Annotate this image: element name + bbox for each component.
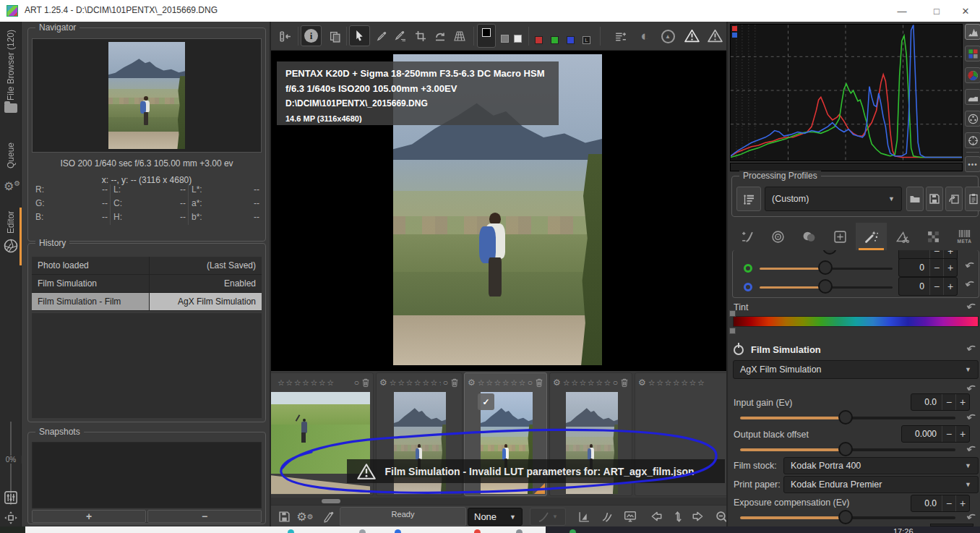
minimize-button[interactable]: — [887,0,916,22]
background-color-white-button[interactable] [514,35,522,43]
undo-icon[interactable] [965,260,976,271]
star-rating[interactable]: ☆☆☆☆☆☆☆ [648,378,725,388]
fast-preview-button[interactable] [598,508,616,525]
before-after-button[interactable] [575,508,593,525]
input-gain-knob[interactable] [838,410,853,425]
undo-icon[interactable] [966,383,977,394]
shadow-clipping-warning-icon[interactable] [682,25,702,46]
straighten-tool-button[interactable] [431,26,450,46]
undo-icon[interactable] [966,412,977,423]
history-row[interactable]: Film Simulation Enabled [32,275,262,292]
input-gain-spinner[interactable]: 0.0−+ [911,393,970,411]
print-paper-dropdown[interactable]: Kodak Endura Premier ▼ [783,476,979,493]
exposure-comp-spinner[interactable]: 0.0−+ [911,495,970,512]
tint-gradient-bar[interactable] [733,316,979,327]
tab-editor[interactable]: Editor [0,208,22,236]
raw-histogram-button[interactable] [965,111,980,127]
tab-queue[interactable]: Queue [0,134,22,177]
info-toggle-button[interactable]: i [301,25,322,46]
white-balance-picker-button[interactable] [391,26,410,46]
close-button[interactable]: ✕ [951,0,980,22]
sort-order-button[interactable] [669,508,687,525]
blue-slider-knob[interactable] [818,279,833,294]
background-color-dark-button[interactable] [477,24,496,48]
filmstrip-scrollbar[interactable] [271,498,726,505]
add-to-queue-button[interactable] [611,26,629,46]
gamut-check-icon[interactable]: ▲ [658,26,677,46]
tab-transform[interactable] [887,223,918,250]
luminance-toggle[interactable]: L [583,36,590,44]
queue-processing-button[interactable]: ⚙⚙ [296,508,314,525]
star-rating[interactable]: ☆☆☆☆☆☆☆ [478,378,525,388]
color-label-icon[interactable]: ○ [528,378,533,388]
taskbar-app-icon[interactable] [359,529,366,533]
taskbar-app-icon[interactable] [569,529,576,533]
history-row-selected[interactable]: Film Simulation - Film AgX Film Simulati… [32,293,262,310]
trash-icon[interactable] [535,378,543,388]
tab-color[interactable] [794,223,825,250]
star-rating[interactable]: ☆☆☆☆☆☆☆ [271,378,352,388]
taskbar-app-icon[interactable] [288,529,294,533]
remove-snapshot-button[interactable]: − [147,510,262,523]
maximize-button[interactable]: □ [922,0,951,22]
film-stock-dropdown[interactable]: Kodak Portra 400 ▼ [783,457,979,474]
navigator-preview[interactable] [32,38,262,153]
tab-exposure[interactable] [731,223,762,250]
soft-proofing-icon[interactable]: ◐ [635,26,654,46]
red-channel-toggle[interactable] [535,36,543,44]
profile-quick-selector[interactable]: None ▼ [468,508,523,526]
save-profile-button[interactable] [926,187,943,211]
tint-handle-top[interactable] [729,310,736,317]
trash-icon[interactable] [450,378,459,388]
output-black-knob[interactable] [838,442,853,456]
blue-channel-toggle[interactable] [567,36,575,44]
profiles-list-button[interactable] [736,187,761,211]
tab-detail[interactable] [762,223,794,250]
undo-icon[interactable] [965,279,976,290]
undo-icon[interactable] [966,344,977,354]
perspective-tool-button[interactable] [450,26,469,46]
color-label-icon[interactable]: ○ [613,378,618,388]
load-profile-button[interactable] [906,187,924,211]
paste-profile-button[interactable] [965,187,980,211]
crop-tool-button[interactable] [411,26,430,46]
undo-icon[interactable] [966,302,977,312]
star-rating[interactable]: ☆☆☆☆☆☆☆ [563,378,611,388]
undo-icon[interactable] [966,444,977,455]
blue-value-spinner[interactable]: 0−+ [898,277,958,296]
history-row[interactable]: Photo loaded (Last Saved) [32,257,262,274]
undo-icon[interactable] [966,512,977,523]
tab-file-browser[interactable]: File Browser (120) [0,25,22,105]
green-slider-knob[interactable] [818,260,833,275]
film-simulation-title[interactable]: Film Simulation [751,344,821,355]
tab-special-effects[interactable] [856,223,887,250]
background-color-gray-button[interactable] [501,35,509,43]
green-value-spinner[interactable]: 0−+ [898,258,958,277]
curves-selector-disabled[interactable]: ▼ [530,508,566,526]
pan-icon[interactable] [4,511,18,525]
add-snapshot-button[interactable]: + [32,510,146,523]
color-picker-button[interactable] [372,26,391,46]
exposure-comp-knob[interactable] [838,510,853,524]
taskbar-app-icon[interactable] [474,529,481,533]
tab-raw[interactable] [918,223,949,250]
trash-icon[interactable] [620,378,629,388]
green-channel-toggle[interactable] [551,36,559,44]
trash-icon[interactable] [361,378,370,388]
tab-metadata[interactable]: META [949,223,980,250]
film-method-dropdown[interactable]: AgX Film Simulation ▼ [733,360,979,379]
taskbar-app-icon[interactable] [395,529,401,533]
copy-profile-button[interactable] [945,187,963,211]
crosshair-mode-button[interactable] [965,132,980,148]
snapshots-list[interactable] [32,442,262,508]
taskbar-app-icon[interactable] [516,529,523,533]
hide-panel-button[interactable] [275,26,295,46]
profile-dropdown[interactable]: (Custom) ▼ [765,187,902,211]
previous-image-button[interactable] [647,508,666,525]
mixer-icon[interactable] [4,490,18,505]
color-label-icon[interactable]: ○ [354,378,359,388]
histogram-options-button[interactable]: ••• [965,156,980,172]
histogram-mode-button[interactable] [965,24,980,40]
gears-icon[interactable]: ⚙⚙ [4,179,20,193]
next-image-button[interactable] [689,508,708,525]
